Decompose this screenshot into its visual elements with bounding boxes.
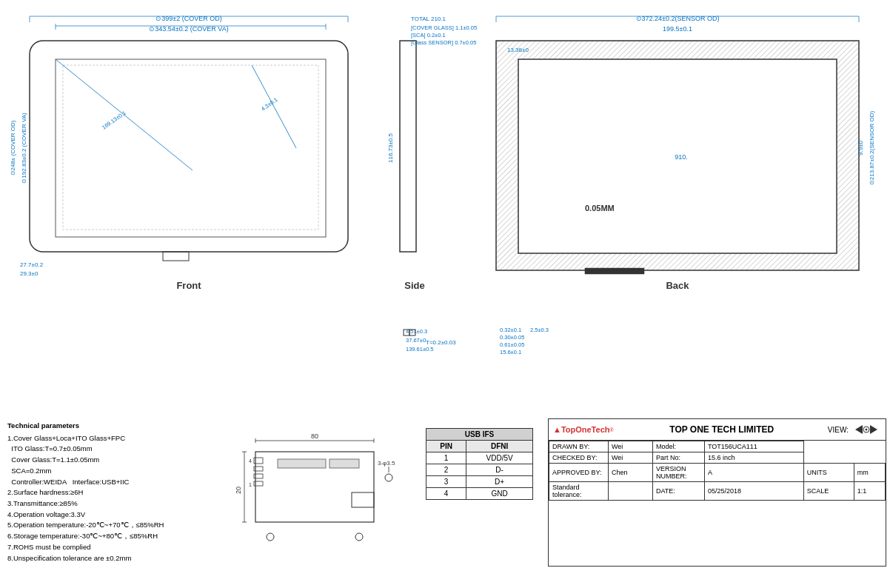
connector-diagram: 80 20 4 1 xyxy=(230,415,422,588)
usb-pin-2: 2 xyxy=(426,464,466,476)
front-label: Front xyxy=(176,280,201,291)
conn-height-dim: 20 xyxy=(235,487,242,494)
tech-param-3: 3.Transmittance:≥85% xyxy=(7,498,222,510)
back-bottom-dim1: 0.32±0.1 xyxy=(500,327,521,333)
usb-dfni-4: GND xyxy=(466,488,533,500)
side-dim1: 4.51±0.3 xyxy=(406,328,427,335)
tech-param-8: 8.Unspecification tolerance are ±0.2mm xyxy=(7,553,222,564)
tech-param-1: 1.Cover Glass+Loca+ITO Glass+FPC xyxy=(7,433,222,444)
usb-col-dfni: DFNI xyxy=(466,441,533,452)
svg-point-38 xyxy=(385,474,392,481)
side-dim3: 139.61±0.5 xyxy=(406,346,433,353)
tb-partno-value: 15.6 inch xyxy=(705,452,804,464)
tech-params: Technical parameters 1.Cover Glass+Loca+… xyxy=(0,415,230,588)
side-total: TOTAL 210.1 xyxy=(411,16,446,22)
side-cover-glass: [COVER GLASS] 1.1±0.05 xyxy=(411,24,477,31)
tb-approved-value: Chen xyxy=(609,464,653,482)
tb-checked-label: CHECKED BY: xyxy=(549,452,609,464)
svg-rect-33 xyxy=(278,459,326,468)
main-container: ⊙399±2 (COVER OD) ⊙343.54±0.2 (COVER VA)… xyxy=(0,0,890,588)
tb-approved-label: APPROVED BY: xyxy=(549,464,609,482)
tb-row-checked: CHECKED BY: Wei Part No: 15.6 inch xyxy=(549,452,886,464)
conn-width-dim: 80 xyxy=(311,432,318,440)
back-bottom-dim3: 0.61±0.05 xyxy=(500,341,524,348)
svg-line-4 xyxy=(252,65,296,148)
pin1: 1 xyxy=(249,482,252,487)
usb-dfni-1: VDD/5V xyxy=(466,452,533,464)
tb-units-label: UNITS xyxy=(803,464,854,482)
connector-svg: 80 20 4 1 xyxy=(233,422,418,570)
tb-row-stdtol: Standard tolerance: DATE: 05/25/2018 SCA… xyxy=(549,482,886,501)
view-label: VIEW: xyxy=(828,426,849,434)
back-bottom-dim2: 0.30±0.05 xyxy=(500,334,524,341)
cover-od-dim: ⊙399±2 (COVER OD) xyxy=(155,15,221,22)
tb-stdtol-value xyxy=(609,482,653,501)
front-bottom-left: 27.7±0.2 xyxy=(20,261,44,268)
tb-checked-value: Wei xyxy=(609,452,653,464)
side-t-dim: T=0.2±0.03 xyxy=(426,339,456,346)
usb-pin-4: 4 xyxy=(426,488,466,500)
cover-va-dim: ⊙343.54±0.2 (COVER VA) xyxy=(149,25,228,33)
drawing-svg: ⊙399±2 (COVER OD) ⊙343.54±0.2 (COVER VA)… xyxy=(0,0,890,415)
side-height: 116.73±0.5 xyxy=(387,133,394,163)
tech-param-controller: Controller:WEIDA Interface:USB+IIC xyxy=(7,477,222,488)
svg-rect-0 xyxy=(30,41,348,252)
tech-params-title: Technical parameters xyxy=(7,421,222,432)
tech-param-6: 6.Storage temperature:-30℃~+80℃，≤85%RH xyxy=(7,531,222,542)
svg-rect-21 xyxy=(585,268,644,274)
back-side-dim: 2.5±0.3 xyxy=(530,327,549,333)
tech-param-sca: SCA=0.2mm xyxy=(7,466,222,477)
usb-pin-1: 1 xyxy=(426,452,466,464)
tech-param-cover: Cover Glass:T=1.1±0.05mm xyxy=(7,455,222,466)
usb-row-1: 1 VDD/5V xyxy=(426,452,533,464)
back-inner-dim: 910. xyxy=(675,153,688,161)
sensor-width2: 199.5±0.1 xyxy=(663,25,692,33)
svg-marker-40 xyxy=(855,425,863,434)
pin4: 4 xyxy=(249,458,252,464)
tb-date-value: 05/25/2018 xyxy=(705,482,804,501)
back-right-dim: 9.9±0 xyxy=(857,140,864,156)
svg-rect-1 xyxy=(56,59,326,237)
side-glass-sensor: [Glass SENSOR] 0.7±0.05 xyxy=(411,39,476,46)
hole-label: 3-φ3.5 xyxy=(378,460,395,467)
svg-rect-12 xyxy=(400,41,416,252)
tech-param-5: 5.Operation temperature:-20℃~+70℃，≤85%RH xyxy=(7,520,222,531)
cover-va-height: ⊙192.83±0.2 (COVER VA) xyxy=(21,113,27,184)
bottom-area: Technical parameters 1.Cover Glass+Loca+… xyxy=(0,415,890,588)
company-name: TOP ONE TECH LIMITED xyxy=(620,424,824,435)
side-dim2: 37.67±0 xyxy=(406,337,426,344)
tb-version-label: VERSION NUMBER: xyxy=(653,464,705,482)
svg-rect-2 xyxy=(63,65,318,230)
logo-sup: ® xyxy=(609,427,613,432)
view-arrows-icon xyxy=(851,422,881,437)
tb-row-drawn: DRAWN BY: Wei Model: TOT156UCA111 xyxy=(549,441,886,452)
svg-marker-41 xyxy=(870,425,877,434)
tb-partno-label: Part No: xyxy=(653,452,705,464)
view-box: VIEW: xyxy=(828,422,881,437)
back-top-left: 13.38±0 xyxy=(507,47,529,53)
side-label: Side xyxy=(404,280,424,291)
title-block: ▲TopOneTech® TOP ONE TECH LIMITED VIEW: xyxy=(548,418,886,567)
tb-date-label: DATE: xyxy=(653,482,705,501)
title-block-header: ▲TopOneTech® TOP ONE TECH LIMITED VIEW: xyxy=(549,419,886,441)
clearance-label: 0.05MM xyxy=(585,204,615,213)
tb-units-value: mm xyxy=(854,464,885,482)
svg-rect-34 xyxy=(329,459,359,468)
title-block-area: ▲TopOneTech® TOP ONE TECH LIMITED VIEW: xyxy=(544,415,890,588)
tech-param-2: 2.Surface hardness:≥6H xyxy=(7,487,222,498)
usb-table-title: USB IFS xyxy=(426,429,533,441)
logo-text: ▲TopOneTech xyxy=(553,425,609,434)
front-bottom-left2: 29.3±0 xyxy=(20,270,39,277)
usb-dfni-2: D- xyxy=(466,464,533,476)
tb-drawn-value: Wei xyxy=(609,441,653,452)
tb-stdtol-label: Standard tolerance: xyxy=(549,482,609,501)
usb-pin-3: 3 xyxy=(426,476,466,488)
tb-model-label: Model: xyxy=(653,441,705,452)
cover-od-height: ⊙248± (COVER OD) xyxy=(10,120,16,176)
tb-version-value: A xyxy=(705,464,804,482)
tech-param-4: 4.Operation voltage:3.3V xyxy=(7,510,222,521)
usb-dfni-3: D+ xyxy=(466,476,533,488)
diag1: 169.13±0.1 xyxy=(101,110,127,131)
usb-row-2: 2 D- xyxy=(426,464,533,476)
usb-table-area: USB IFS PIN DFNI 1 VDD/5V 2 D- xyxy=(422,415,544,588)
